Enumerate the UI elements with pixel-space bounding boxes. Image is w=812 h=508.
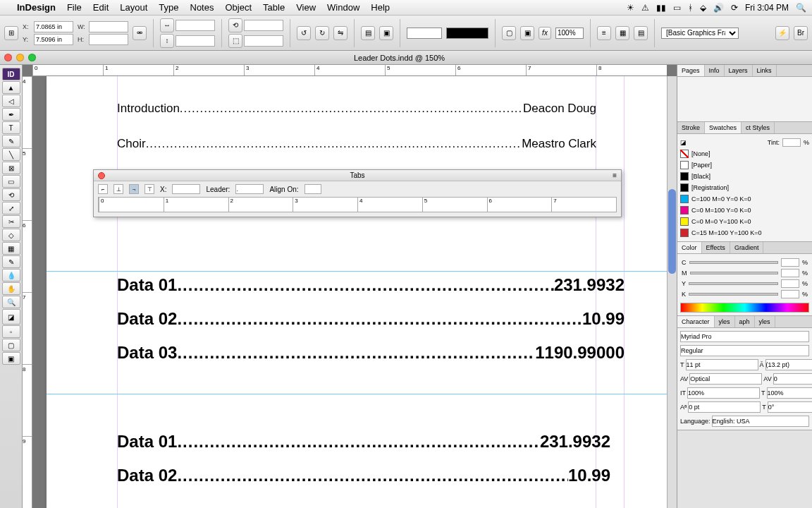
fit-frame-icon[interactable]: ▢ <box>502 26 516 40</box>
right-tab-button[interactable]: ¬ <box>129 184 139 194</box>
stroke-weight-input[interactable] <box>407 28 442 39</box>
note-tool[interactable]: ✎ <box>2 255 20 268</box>
magenta-slider[interactable] <box>690 272 778 274</box>
fx-button[interactable]: fx <box>539 27 551 40</box>
menu-table[interactable]: Table <box>263 2 285 13</box>
left-tab-button[interactable]: ⌐ <box>98 184 108 194</box>
leader-input[interactable] <box>235 184 264 194</box>
y-input[interactable] <box>34 34 73 45</box>
magenta-input[interactable] <box>781 269 799 277</box>
menu-view[interactable]: View <box>296 2 316 13</box>
wifi-icon[interactable]: ⬙ <box>700 3 706 13</box>
zoom-window-button[interactable] <box>28 54 36 61</box>
yellow-input[interactable] <box>781 279 799 288</box>
decimal-tab-button[interactable]: ⊤ <box>144 184 154 194</box>
arrange-icon[interactable]: ▤ <box>361 26 375 40</box>
swatch-row[interactable]: [None] <box>680 148 809 159</box>
close-window-button[interactable] <box>4 54 12 61</box>
scale-y-input[interactable] <box>176 35 215 47</box>
leading-input[interactable] <box>765 359 812 370</box>
display-icon[interactable]: ▭ <box>673 3 681 13</box>
document-canvas[interactable]: 012345678 456789 Introduction ..........… <box>23 65 677 508</box>
wrap-none-icon[interactable]: ≡ <box>597 26 611 40</box>
free-transform-tool[interactable]: ◇ <box>2 229 20 241</box>
scale-x-input[interactable] <box>176 20 215 31</box>
type-tool[interactable]: T <box>2 121 20 134</box>
scale-y-icon[interactable]: ↕ <box>160 34 174 48</box>
tabs-ruler[interactable]: 01234567 <box>98 197 617 212</box>
wrap-jump-icon[interactable]: ▤ <box>634 26 648 40</box>
battery-icon[interactable]: ▮▮ <box>656 3 666 13</box>
tab-gradient[interactable]: Gradient <box>730 242 764 253</box>
rectangle-frame-tool[interactable]: ⊠ <box>2 162 20 174</box>
x-input[interactable] <box>34 21 73 32</box>
tab-character[interactable]: Character <box>677 316 715 327</box>
quick-apply-icon[interactable]: ⚡ <box>775 26 789 40</box>
swatch-row[interactable]: C=0 M=100 Y=0 K=0 <box>680 205 809 216</box>
center-tab-button[interactable]: ⊥ <box>113 184 123 194</box>
pen-tool[interactable]: ✒ <box>2 108 20 121</box>
tab-para-styles[interactable]: yles <box>755 316 775 327</box>
tab-info[interactable]: Info <box>705 65 725 76</box>
close-icon[interactable] <box>98 172 105 179</box>
spectrum-picker[interactable] <box>680 303 809 313</box>
menu-help[interactable]: Help <box>371 2 390 13</box>
font-style-input[interactable] <box>680 345 809 356</box>
align-on-input[interactable] <box>304 184 321 194</box>
menu-layout[interactable]: Layout <box>120 2 147 13</box>
hand-tool[interactable]: ✋ <box>2 282 20 295</box>
cyan-slider[interactable] <box>689 261 778 264</box>
menu-object[interactable]: Object <box>225 2 252 13</box>
brightness-icon[interactable]: ☀ <box>627 3 634 13</box>
scale-x-icon[interactable]: ↔ <box>160 18 174 32</box>
menu-window[interactable]: Window <box>327 2 359 13</box>
horizontal-ruler[interactable]: 012345678 <box>32 65 667 76</box>
flip-h-icon[interactable]: ⇋ <box>333 26 347 40</box>
rotate-ccw-icon[interactable]: ↺ <box>297 26 311 40</box>
cyan-input[interactable] <box>781 258 799 267</box>
vertical-scrollbar[interactable] <box>667 76 677 508</box>
bridge-icon[interactable]: Br <box>794 26 808 40</box>
menu-notes[interactable]: Notes <box>190 2 214 13</box>
swatch-row[interactable]: [Black] <box>680 171 809 182</box>
wrap-around-icon[interactable]: ▦ <box>615 26 629 40</box>
direct-selection-tool[interactable]: ◁ <box>2 95 20 107</box>
tabs-panel[interactable]: Tabs ≡ ⌐ ⊥ ¬ ⊤ X: Leader: Align On: 0123… <box>93 169 622 217</box>
font-size-input[interactable] <box>686 359 758 370</box>
clock[interactable]: Fri 3:04 PM <box>745 3 789 13</box>
tab-color[interactable]: Color <box>677 242 702 253</box>
font-family-input[interactable] <box>680 331 809 342</box>
minimize-window-button[interactable] <box>16 54 24 61</box>
tab-paragraph[interactable]: aph <box>735 316 755 327</box>
reference-point-icon[interactable]: ⊞ <box>4 26 18 40</box>
hscale-input[interactable] <box>767 387 813 399</box>
page[interactable]: Introduction ...........................… <box>47 76 667 508</box>
swatch-row[interactable]: C=100 M=0 Y=0 K=0 <box>680 193 809 205</box>
black-input[interactable] <box>781 290 799 298</box>
tracking-input[interactable] <box>773 373 812 385</box>
spotlight-icon[interactable]: 🔍 <box>796 3 806 13</box>
tab-char-styles[interactable]: yles <box>715 316 735 327</box>
tab-stroke[interactable]: Stroke <box>677 122 705 133</box>
swatch-row[interactable]: [Registration] <box>680 182 809 193</box>
menu-file[interactable]: File <box>67 2 82 13</box>
swatch-row[interactable]: C=0 M=0 Y=100 K=0 <box>680 216 809 227</box>
h-input[interactable] <box>89 34 128 45</box>
rotate-icon[interactable]: ⟲ <box>228 18 242 32</box>
rotate-input[interactable] <box>244 20 283 31</box>
tab-effects[interactable]: Effects <box>702 242 730 253</box>
zoom-input[interactable] <box>555 28 584 39</box>
tab-pages[interactable]: Pages <box>677 65 705 76</box>
fit-content-icon[interactable]: ▣ <box>520 26 534 40</box>
rotate-tool[interactable]: ⟲ <box>2 188 20 201</box>
bluetooth-icon[interactable]: ᚼ <box>688 3 693 13</box>
language-input[interactable] <box>712 416 809 427</box>
gradient-tool[interactable]: ▦ <box>2 242 20 255</box>
pencil-tool[interactable]: ✎ <box>2 135 20 147</box>
vertical-ruler[interactable]: 456789 <box>23 76 32 508</box>
black-slider[interactable] <box>689 293 778 296</box>
yellow-slider[interactable] <box>689 282 778 285</box>
kerning-input[interactable] <box>689 373 762 385</box>
scale-tool[interactable]: ⤢ <box>2 202 20 214</box>
sync-icon[interactable]: ⟳ <box>731 3 738 13</box>
